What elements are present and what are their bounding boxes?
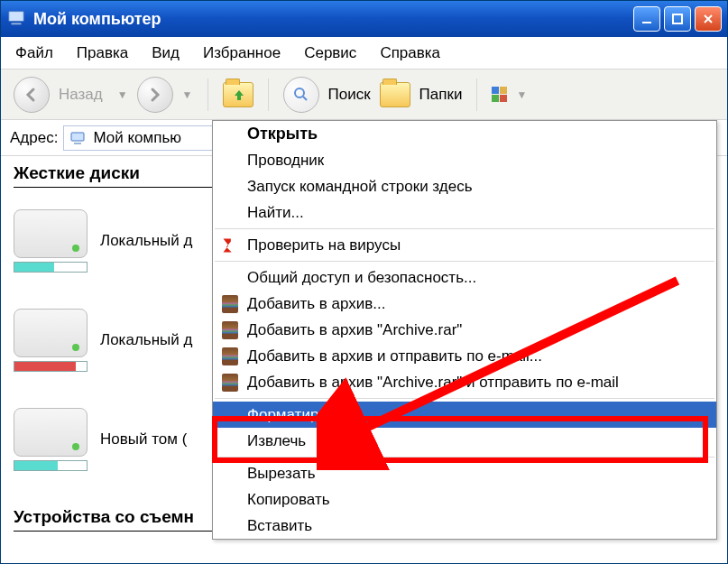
separator (207, 79, 208, 111)
menu-view[interactable]: Вид (152, 44, 180, 62)
ctx-separator (215, 228, 714, 229)
folders-button[interactable] (380, 82, 410, 107)
view-dropdown-icon: ▼ (516, 88, 527, 101)
forward-dropdown-icon: ▼ (182, 88, 193, 101)
window-title: Мой компьютер (33, 10, 633, 29)
winrar-icon (220, 320, 240, 340)
ctx-cmd-here[interactable]: Запуск командной строки здесь (213, 173, 716, 199)
search-button[interactable] (283, 77, 319, 113)
toolbar: Назад ▼ ▼ Поиск Папки ▼ (1, 69, 727, 120)
address-value: Мой компью (93, 129, 181, 147)
drive-label: Новый том ( (100, 430, 187, 448)
drive-label: Локальный д (100, 331, 192, 349)
menu-favorites[interactable]: Избранное (203, 44, 281, 62)
folders-label: Папки (419, 86, 463, 104)
svg-rect-1 (12, 23, 22, 24)
window-frame: Мой компьютер Файл Правка Вид Избранное … (0, 0, 728, 564)
ctx-explorer[interactable]: Проводник (213, 147, 716, 173)
forward-button[interactable] (137, 77, 173, 113)
titlebar: Мой компьютер (1, 1, 727, 37)
ctx-add-archive-email[interactable]: Добавить в архив и отправить по e-mail..… (213, 343, 716, 369)
menu-edit[interactable]: Правка (77, 44, 128, 62)
ctx-separator (215, 261, 714, 262)
ctx-add-archive-email-name[interactable]: Добавить в архив "Archive.rar" и отправи… (213, 369, 716, 395)
ctx-separator (215, 398, 714, 399)
drive-label: Локальный д (100, 232, 192, 250)
ctx-format[interactable]: Форматировать... (213, 402, 716, 428)
svg-rect-6 (74, 143, 81, 144)
separator (476, 79, 477, 111)
ctx-sharing[interactable]: Общий доступ и безопасность... (213, 264, 716, 291)
up-folder-button[interactable] (223, 82, 253, 107)
winrar-icon (220, 347, 240, 366)
svg-rect-5 (71, 133, 84, 141)
context-menu: Открыть Проводник Запуск командной строк… (212, 120, 717, 540)
my-computer-icon (69, 130, 88, 146)
svg-rect-0 (9, 12, 24, 22)
address-label: Адрес: (10, 129, 58, 147)
minimize-button[interactable] (633, 6, 660, 32)
ctx-add-archive-name[interactable]: Добавить в архив "Archive.rar" (213, 317, 716, 343)
svg-rect-3 (673, 14, 682, 23)
menu-file[interactable]: Файл (15, 44, 53, 62)
search-label: Поиск (328, 86, 371, 104)
close-button[interactable] (695, 6, 722, 32)
ctx-copy[interactable]: Копировать (213, 486, 716, 513)
ctx-eject[interactable]: Извлечь (213, 428, 716, 454)
separator (268, 79, 269, 111)
view-button[interactable] (492, 87, 507, 102)
window-buttons (633, 6, 722, 32)
my-computer-icon (6, 7, 33, 31)
winrar-icon (220, 373, 240, 393)
kaspersky-icon (220, 236, 240, 255)
back-label: Назад (59, 86, 103, 104)
ctx-find[interactable]: Найти... (213, 199, 716, 226)
svg-rect-2 (642, 22, 651, 23)
drive-icon (14, 309, 88, 357)
ctx-virus-scan[interactable]: Проверить на вирусы (213, 232, 716, 258)
menu-help[interactable]: Справка (380, 44, 440, 62)
menubar: Файл Правка Вид Избранное Сервис Справка (1, 37, 727, 69)
svg-point-4 (295, 88, 304, 97)
ctx-cut[interactable]: Вырезать (213, 460, 716, 486)
drive-icon (14, 408, 88, 457)
drive-icon (14, 209, 88, 258)
ctx-paste[interactable]: Вставить (213, 513, 716, 539)
maximize-button[interactable] (664, 6, 691, 32)
ctx-add-archive[interactable]: Добавить в архив... (213, 291, 716, 317)
back-button[interactable] (14, 77, 50, 113)
menu-service[interactable]: Сервис (304, 44, 356, 62)
ctx-separator (215, 457, 714, 458)
back-dropdown-icon: ▼ (117, 88, 128, 101)
ctx-open[interactable]: Открыть (213, 121, 716, 147)
winrar-icon (220, 294, 240, 314)
